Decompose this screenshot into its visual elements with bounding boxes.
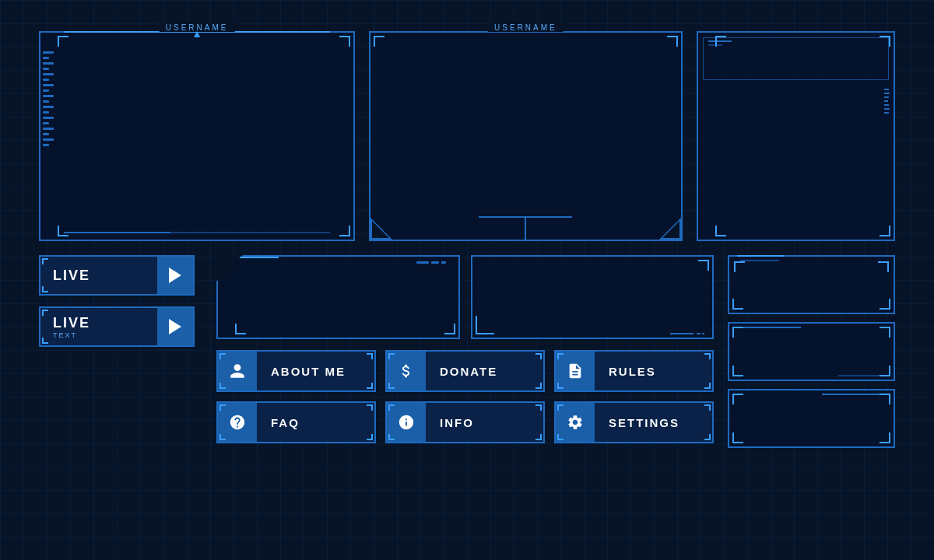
r1-br — [880, 299, 890, 310]
r3-tl — [732, 394, 743, 404]
corner-tl — [58, 36, 68, 47]
live1-corner-bl — [42, 286, 48, 292]
tick-marks — [416, 261, 446, 264]
nav-buttons-grid: ABOUT ME DONATE — [216, 350, 714, 443]
bottom-h-line — [479, 216, 572, 218]
about-bl — [219, 383, 226, 389]
corner-br — [339, 226, 350, 236]
live-text-area-2: LIVE TEXT — [40, 315, 157, 339]
live2-corner-tl — [42, 310, 48, 316]
right-small-panel-2 — [728, 322, 895, 381]
about-br — [367, 383, 373, 389]
settings-tr — [704, 404, 711, 411]
about-me-label: ABOUT ME — [257, 365, 374, 378]
settings-button[interactable]: SETTINGS — [554, 401, 714, 443]
corner-bl-accent — [476, 316, 494, 334]
ml-corner-br — [444, 324, 455, 334]
r1-tr — [878, 261, 889, 272]
rules-button[interactable]: RULES — [554, 350, 714, 392]
corner-bl-r — [715, 226, 726, 236]
mr-corner-tr — [698, 260, 709, 271]
live-button-1[interactable]: LIVE — [39, 255, 195, 296]
rules-label: RULES — [595, 365, 712, 378]
donate-tl — [388, 353, 395, 359]
inner-top-box — [703, 37, 889, 80]
spacer — [39, 358, 202, 529]
corner-tr — [339, 36, 350, 47]
r2-tl — [732, 327, 743, 338]
info-label: INFO — [426, 416, 543, 429]
panel-video-center-wrapper: USERNAME — [369, 31, 682, 241]
r3-br — [880, 432, 890, 443]
r2-tr — [880, 327, 890, 338]
faq-tl — [219, 404, 226, 411]
bottom-center-col: ABOUT ME DONATE — [216, 255, 714, 529]
live-sub-2: TEXT — [53, 331, 157, 339]
center-divider — [525, 218, 526, 240]
about-me-button[interactable]: ABOUT ME — [216, 350, 376, 392]
right-ticks — [883, 87, 890, 185]
about-tl — [219, 353, 226, 359]
mid-panels-row — [216, 255, 714, 339]
main-layout: USERNAME USERNAME — [23, 16, 911, 544]
donate-bl — [388, 383, 395, 389]
faq-button[interactable]: FAQ — [216, 401, 376, 443]
top-line — [240, 257, 279, 258]
rules-bl — [557, 383, 564, 389]
faq-br — [367, 434, 373, 440]
panel-video-left: USERNAME — [39, 31, 355, 241]
donate-button[interactable]: DONATE — [385, 350, 545, 392]
live-button-2[interactable]: LIVE TEXT — [39, 306, 195, 347]
rules-tr — [704, 353, 711, 359]
bottom-left-col: LIVE LIVE TEXT — [39, 255, 202, 529]
bottom-right-ticks — [670, 333, 704, 334]
angle-br-inner — [662, 221, 679, 238]
settings-tl — [557, 404, 564, 411]
faq-label: FAQ — [257, 416, 374, 429]
inner-line — [740, 260, 779, 261]
tl-cut — [216, 255, 243, 282]
angle-bl-inner — [372, 221, 389, 238]
live-main-2: LIVE — [53, 315, 157, 331]
corner-bl — [58, 226, 68, 236]
right-small-panel-3 — [728, 389, 895, 448]
corner-tr-c — [667, 36, 678, 47]
about-tr — [367, 353, 373, 359]
info-button[interactable]: INFO — [385, 401, 545, 443]
bottom-bar — [64, 232, 330, 233]
play-box-2 — [157, 308, 193, 345]
top-panels-row: USERNAME USERNAME — [39, 31, 895, 241]
inner-line-top — [736, 327, 801, 328]
r3-bl — [732, 432, 743, 443]
username-center: USERNAME — [488, 23, 564, 32]
donate-label: DONATE — [426, 365, 543, 378]
live-text-area-1: LIVE — [40, 268, 157, 284]
ml-corner-bl — [235, 324, 246, 334]
info-bl — [388, 434, 395, 440]
r2-bl — [732, 366, 743, 376]
r2-br — [880, 366, 890, 376]
panel-video-right — [697, 31, 895, 241]
info-tl — [388, 404, 395, 411]
panel-video-center: USERNAME — [369, 31, 682, 241]
right-small-panel-1 — [728, 255, 895, 314]
corner-tl-r — [715, 36, 726, 47]
info-br — [535, 434, 542, 440]
corner-tr-r — [880, 36, 890, 47]
donate-tr — [535, 353, 542, 359]
mid-panel-left — [216, 255, 460, 339]
corner-br-r — [880, 226, 890, 236]
bottom-right-col — [728, 255, 895, 529]
username-left: USERNAME — [160, 23, 235, 32]
top-notch — [194, 31, 200, 37]
left-ticks — [40, 48, 54, 224]
info-tr — [535, 404, 542, 411]
bottom-section: LIVE LIVE TEXT — [39, 255, 895, 529]
tab-line — [737, 255, 784, 257]
r1-bl — [732, 299, 743, 310]
faq-bl — [219, 434, 226, 440]
settings-bl — [557, 434, 564, 440]
inner-line-top3 — [822, 394, 887, 395]
r3-tr — [880, 394, 890, 404]
donate-br — [535, 383, 542, 389]
